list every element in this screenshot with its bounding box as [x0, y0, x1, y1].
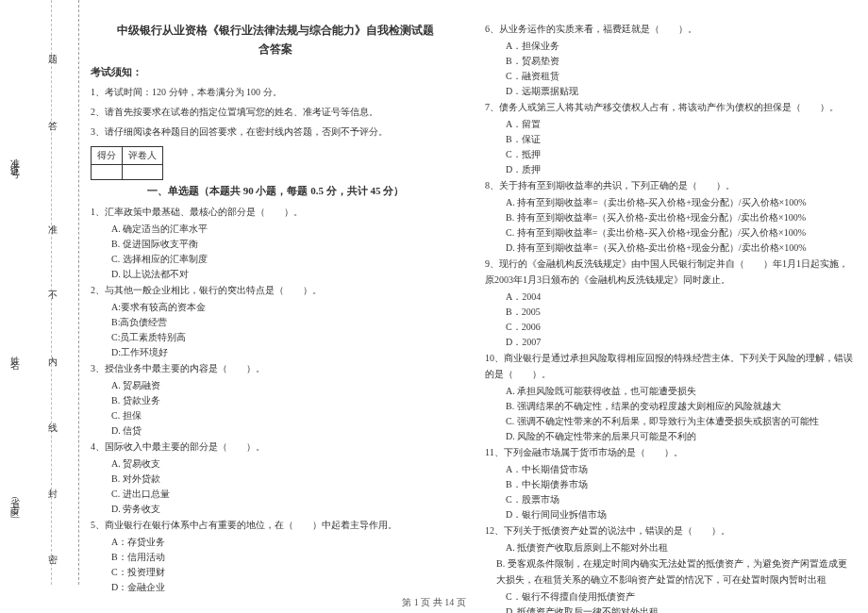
q9-stem: 9、现行的《金融机构反洗钱规定》由中国人民银行制定并自（ ）年1月1日起实施，原… — [485, 256, 855, 288]
grader-cell-label: 评卷人 — [123, 146, 163, 164]
q7-stem: 7、债务人或第三人将其动产移交债权人占有，将该动产作为债权的担保是（ ）。 — [485, 99, 855, 115]
q1-B: B. 促进国际收支平衡 — [91, 237, 460, 252]
q10-A: A. 承担风险既可能获得收益，也可能遭受损失 — [485, 384, 855, 399]
q6-D: D．远期票据贴现 — [485, 84, 855, 99]
q4-C: C. 进出口总量 — [91, 487, 460, 502]
grader-cell-value — [123, 164, 163, 179]
q2-D: D:工作环境好 — [91, 345, 460, 360]
q8-A: A. 持有至到期收益率=（卖出价格-买入价格+现金分配）/买入价格×100% — [485, 195, 855, 210]
notice-heading: 考试须知： — [91, 65, 460, 79]
q5-A: A：存贷业务 — [91, 535, 460, 550]
q8-D: D. 持有至到期收益率=（买入价格-卖出价格+现金分配）/卖出价格×100% — [485, 240, 855, 256]
notice-1: 1、考试时间：120 分钟，本卷满分为 100 分。 — [91, 83, 460, 101]
q1-C: C. 选择相应的汇率制度 — [91, 252, 460, 267]
name-label: 姓名 — [8, 349, 21, 356]
q4-A: A. 贸易收支 — [91, 456, 460, 472]
dashed-fold-line — [51, 0, 52, 585]
right-column: 6、从业务运作的实质来看，福费廷就是（ ）。 A．担保业务 B．贸易垫资 C．融… — [485, 21, 855, 613]
q11-C: C．股票市场 — [485, 492, 855, 507]
q12-B: B. 受客观条件限制，在规定时间内确实无法处置的抵债资产，为避免资产闲置造成更大… — [485, 555, 855, 588]
seal-mark-zhun: 准 — [45, 217, 58, 220]
q2-B: B:高负债经营 — [91, 315, 460, 330]
province-label: 省（市区） — [8, 490, 21, 509]
admission-label: 准考证号 — [8, 151, 21, 166]
q5-C: C：投资理财 — [91, 565, 460, 580]
q12-A: A. 抵债资产收取后原则上不能对外出租 — [485, 540, 855, 555]
q6-C: C．融资租赁 — [485, 69, 855, 84]
q7-A: A．留置 — [485, 117, 855, 132]
q1-A: A. 确定适当的汇率水平 — [91, 222, 460, 237]
q3-D: D. 信贷 — [91, 423, 460, 439]
q3-A: A. 贸易融资 — [91, 378, 460, 393]
q5-B: B：信用活动 — [91, 550, 460, 565]
seal-mark-nei: 内 — [45, 349, 58, 352]
part1-title: 一、单选题（本题共 90 小题，每题 0.5 分，共计 45 分） — [91, 184, 460, 198]
q11-stem: 11、下列金融市场属于货币市场的是（ ）。 — [485, 444, 855, 460]
q6-B: B．贸易垫资 — [485, 54, 855, 69]
q9-B: B．2005 — [485, 305, 855, 320]
page-body: 中级银行从业资格《银行业法律法规与综合能力》自我检测试题 含答案 考试须知： 1… — [91, 21, 855, 613]
q7-D: D．质押 — [485, 162, 855, 177]
seal-mark-xian: 线 — [45, 415, 58, 418]
q2-stem: 2、与其他一般企业相比，银行的突出特点是（ ）。 — [91, 282, 460, 298]
exam-subtitle: 含答案 — [91, 41, 460, 58]
q12-stem: 12、下列关于抵债资产处置的说法中，错误的是（ ）。 — [485, 522, 855, 538]
q4-D: D. 劳务收支 — [91, 502, 460, 517]
q3-stem: 3、授信业务中最主要的内容是（ ）。 — [91, 360, 460, 376]
q10-stem: 10、商业银行是通过承担风险取得相应回报的特殊经营主体。下列关于风险的理解，错误… — [485, 350, 855, 382]
q5-stem: 5、商业银行在银行体系中占有重要的地位，在（ ）中起着主导作用。 — [91, 517, 460, 533]
score-cell-label: 得分 — [92, 146, 123, 164]
q6-A: A．担保业务 — [485, 39, 855, 54]
q11-A: A．中长期借贷市场 — [485, 462, 855, 477]
exam-title: 中级银行从业资格《银行业法律法规与综合能力》自我检测试题 — [91, 21, 460, 41]
q11-D: D．银行间同业拆借市场 — [485, 507, 855, 522]
q9-D: D．2007 — [485, 335, 855, 350]
q8-stem: 8、关于持有至到期收益率的共识，下列正确的是（ ）。 — [485, 177, 855, 193]
q5-D: D：金融企业 — [91, 580, 460, 595]
q8-B: B. 持有至到期收益率=（买入价格-卖出价格+现金分配）/卖出价格×100% — [485, 210, 855, 225]
q1-stem: 1、汇率政策中最基础、最核心的部分是（ ）。 — [91, 204, 460, 220]
notice-2: 2、请首先按要求在试卷的指定位置填写您的姓名、准考证号等信息。 — [91, 103, 460, 121]
q2-C: C:员工素质特别高 — [91, 330, 460, 345]
q2-A: A:要求有较高的资本金 — [91, 300, 460, 315]
q10-C: C. 强调不确定性带来的不利后果，即导致行为主体遭受损失或损害的可能性 — [485, 414, 855, 429]
q4-stem: 4、国际收入中最主要的部分是（ ）。 — [91, 439, 460, 455]
seal-mark-da: 答 — [45, 113, 58, 116]
seal-mark-mi: 密 — [45, 547, 58, 550]
score-cell-value — [92, 164, 123, 179]
q6-stem: 6、从业务运作的实质来看，福费廷就是（ ）。 — [485, 21, 855, 37]
q3-C: C. 担保 — [91, 408, 460, 423]
q10-D: D. 风险的不确定性带来的后果只可能是不利的 — [485, 429, 855, 444]
q8-C: C. 持有至到期收益率=（卖出价格-买入价格+现金分配）/买入价格×100% — [485, 225, 855, 240]
page-footer: 第 1 页 共 14 页 — [0, 596, 868, 609]
q1-D: D. 以上说法都不对 — [91, 267, 460, 282]
seal-mark-feng: 封 — [45, 481, 58, 484]
q9-C: C．2006 — [485, 320, 855, 335]
q3-B: B. 贷款业务 — [91, 393, 460, 408]
q4-B: B. 对外贷款 — [91, 472, 460, 487]
q11-B: B．中长期债券市场 — [485, 477, 855, 492]
seal-mark-ti: 题 — [45, 47, 58, 50]
q7-B: B．保证 — [485, 132, 855, 147]
q10-B: B. 强调结果的不确定性，结果的变动程度越大则相应的风险就越大 — [485, 399, 855, 414]
seal-mark-bu: 不 — [45, 283, 58, 286]
binding-margin: 省（市区） 姓名 准考证号 密 封 线 内 不 准 答 题 — [0, 0, 79, 585]
q9-A: A．2004 — [485, 290, 855, 305]
score-table: 得分 评卷人 — [91, 146, 163, 180]
notice-3: 3、请仔细阅读各种题目的回答要求，在密封线内答题，否则不予评分。 — [91, 123, 460, 141]
left-column: 中级银行从业资格《银行业法律法规与综合能力》自我检测试题 含答案 考试须知： 1… — [91, 21, 460, 613]
q7-C: C．抵押 — [485, 147, 855, 162]
